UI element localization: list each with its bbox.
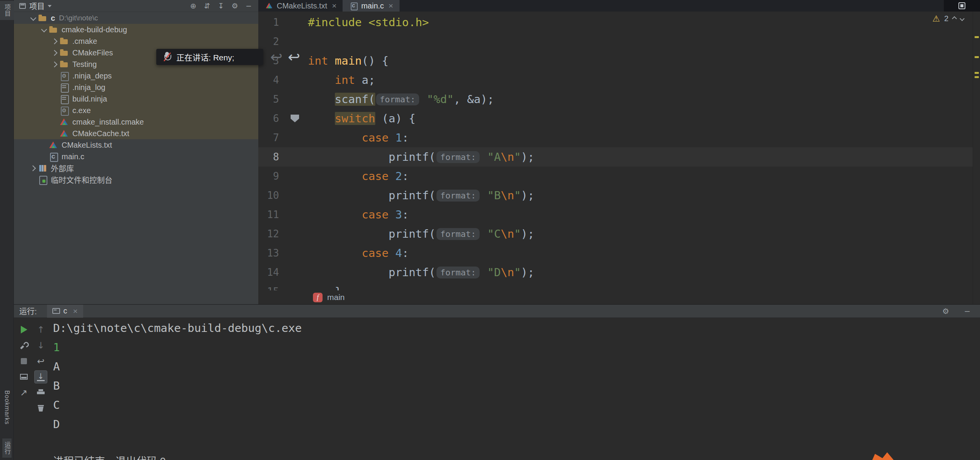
print-button[interactable]	[34, 386, 47, 399]
locate-file-button[interactable]: ⊕	[188, 1, 198, 11]
run-panel-body: ↑ ↓ ↩ ↓ ↗ D:\git\note\c\cmake-build-debu…	[14, 318, 980, 460]
tree-row[interactable]: .ninja_deps	[14, 70, 258, 82]
toolwindow-bookmarks-button[interactable]: Bookmarks	[3, 387, 10, 428]
textfile-icon	[59, 82, 69, 93]
chevron-spacer	[28, 174, 38, 185]
chevron-spacer	[50, 82, 59, 93]
stop-button[interactable]	[17, 355, 30, 368]
print-icon	[37, 389, 45, 396]
hide-panel-button[interactable]: −	[962, 306, 972, 316]
fold-handle-icon[interactable]	[291, 115, 299, 122]
console-exit-line: 进程已结束，退出代码 0	[53, 453, 166, 460]
scroll-to-end-icon: ↓	[37, 372, 45, 381]
tree-row[interactable]: CMakeCache.txt	[14, 128, 258, 139]
console-output[interactable]: D:\git\note\c\cmake-build-debug\c.exe1AB…	[53, 318, 302, 434]
warning-stripe-mark[interactable]	[975, 76, 979, 78]
chevron-right-icon[interactable]	[50, 35, 59, 47]
gearfile-icon	[59, 105, 69, 116]
tree-row[interactable]: cmake-build-debug	[14, 24, 258, 35]
tree-row[interactable]: cmake_install.cmake	[14, 116, 258, 128]
tree-row[interactable]: cD:\git\note\c	[14, 12, 258, 24]
window-layout-icon[interactable]	[958, 2, 965, 9]
console-line: D	[53, 415, 302, 434]
chevron-down-icon[interactable]	[39, 24, 48, 35]
chevron-spacer	[39, 151, 48, 162]
code-line-text: int main() {	[308, 51, 389, 70]
clear-console-button[interactable]	[34, 402, 47, 415]
warning-stripe-mark[interactable]	[975, 72, 979, 74]
tree-item-label: Testing	[72, 60, 97, 69]
tree-row[interactable]: .cmake	[14, 35, 258, 47]
tree-row[interactable]: CMakeLists.txt	[14, 139, 258, 151]
code-line: 9 case 2:	[258, 167, 973, 186]
stripe-bottom-group: Bookmarks 运行	[0, 387, 14, 458]
toolwindow-project-button[interactable]: 项目	[0, 1, 14, 20]
line-number: 7	[258, 128, 285, 147]
parameter-hint-inlay: format:	[436, 190, 480, 202]
settings-icon[interactable]: ⚙	[941, 306, 951, 316]
next-warning-button[interactable]	[960, 16, 965, 21]
inspections-widget[interactable]: ⚠ 2	[932, 14, 964, 23]
code-line-text: case 1:	[308, 128, 409, 147]
code-line-text: printf(format: "B\n");	[308, 186, 534, 205]
close-icon[interactable]: ×	[388, 1, 393, 10]
tree-item-label: c	[51, 14, 55, 23]
tree-row[interactable]: .ninja_log	[14, 82, 258, 93]
chevron-down-icon[interactable]	[28, 12, 38, 24]
parameter-hint-inlay: format:	[436, 228, 480, 240]
editor-tab-cmakelists[interactable]: CMakeLists.txt ×	[258, 0, 343, 12]
down-the-stack-button[interactable]: ↓	[34, 339, 47, 352]
project-tree: cD:\git\note\ccmake-build-debug.cmakeCMa…	[14, 12, 258, 185]
project-panel-header: 项目 ⊕ ⇵ ↧ ⚙ −	[14, 0, 258, 12]
expand-collapse-button[interactable]: ⇵	[202, 1, 212, 11]
breadcrumb-item-main[interactable]: main	[327, 293, 345, 302]
code-line: 5 scanf(format: "%d", &a);	[258, 90, 973, 109]
chevron-spacer	[50, 70, 59, 82]
restore-layout-button[interactable]	[17, 370, 30, 383]
tree-row[interactable]: 外部库	[14, 162, 258, 174]
tree-row[interactable]: c.exe	[14, 105, 258, 116]
run-tab-c[interactable]: c ×	[47, 305, 83, 318]
gutter-fold-area	[285, 243, 308, 263]
close-icon[interactable]: ×	[332, 1, 336, 10]
pin-tab-button[interactable]: ↗	[17, 386, 30, 399]
undo-arrow-icon[interactable]: ↩	[270, 48, 283, 65]
tree-row[interactable]: main.c	[14, 151, 258, 162]
layout-icon	[20, 374, 28, 380]
previous-warning-button[interactable]	[952, 16, 957, 21]
chevron-right-icon[interactable]	[28, 162, 38, 174]
line-number: 5	[258, 90, 285, 109]
rerun-button[interactable]	[17, 323, 30, 336]
collapse-all-button[interactable]: ↧	[216, 1, 226, 11]
console-line: 1	[53, 338, 302, 357]
up-the-stack-button[interactable]: ↑	[34, 323, 47, 336]
edit-configuration-button[interactable]	[17, 339, 30, 352]
tree-item-label: .ninja_log	[72, 83, 105, 92]
hide-panel-button[interactable]: −	[244, 1, 254, 11]
settings-icon[interactable]: ⚙	[230, 1, 240, 11]
soft-wrap-button[interactable]: ↩	[34, 355, 47, 368]
console-icon	[52, 308, 60, 314]
tree-item-label: CMakeFiles	[72, 48, 113, 57]
microphone-icon	[163, 51, 171, 63]
project-panel-title[interactable]: 项目	[29, 0, 45, 12]
chevron-right-icon[interactable]	[50, 47, 59, 58]
chevron-down-icon[interactable]	[48, 5, 52, 7]
code-editor[interactable]: 1#include <stdio.h>23int main() {4 int a…	[258, 12, 973, 290]
warning-stripe-mark[interactable]	[975, 36, 979, 38]
gutter-fold-area	[285, 263, 308, 282]
wrench-icon	[20, 341, 28, 350]
tree-row[interactable]: 临时文件和控制台	[14, 174, 258, 185]
editor-tab-main-c[interactable]: main.c ×	[343, 0, 399, 12]
toolwindow-run-button[interactable]: 运行	[2, 438, 12, 458]
gutter-fold-area	[285, 186, 308, 205]
chevron-right-icon[interactable]	[50, 58, 59, 70]
warning-stripe-mark[interactable]	[975, 56, 979, 58]
undo-arrow-icon[interactable]: ↩	[288, 48, 300, 65]
tab-label: main.c	[361, 2, 384, 10]
gutter-fold-area	[285, 70, 308, 90]
run-toolbar: ↑ ↓ ↩ ↓ ↗	[15, 322, 49, 416]
scroll-to-end-button[interactable]: ↓	[34, 370, 47, 383]
close-icon[interactable]: ×	[73, 307, 78, 316]
tree-row[interactable]: build.ninja	[14, 93, 258, 105]
